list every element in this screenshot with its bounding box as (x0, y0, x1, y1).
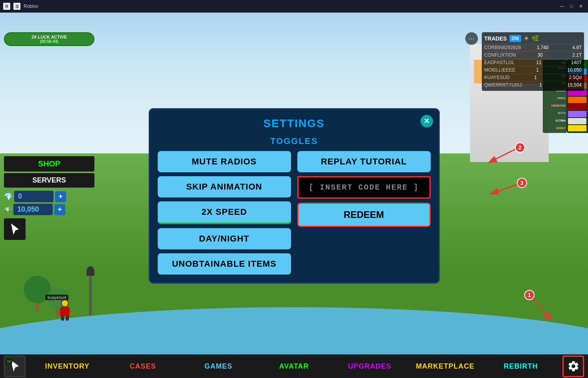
modal-close-button[interactable]: ✕ (420, 115, 433, 127)
title-bar-left: R ☰ Roblox (3, 3, 38, 10)
tree-trunk (35, 303, 39, 311)
lb-val1-6: 1 (539, 82, 542, 88)
char-leg-left (61, 316, 64, 321)
title-bar: R ☰ Roblox — □ ✕ (0, 0, 588, 13)
rarity-unobtainable (568, 104, 586, 110)
mute-radios-button[interactable]: MUTE RADIOS (158, 151, 291, 172)
leaderboard-panel: TRADES ON ☀ 🌿 CORBIN8292828 1,740 4.9T C… (482, 32, 584, 91)
lb-row-6: QWERRRTYUIXJ 1 15,504 (484, 81, 582, 89)
modal-body: MUTE RADIOS SKIP ANIMATION 2X SPEED DAY/… (158, 151, 431, 275)
lb-name-5: KUAYESUD (484, 75, 510, 80)
lb-row-1: CORBIN8292828 1,740 4.9T (484, 44, 582, 51)
char-leg-right (66, 316, 69, 321)
minimize-button[interactable]: — (558, 2, 566, 10)
toggles-section-title: TOGGLES (158, 136, 431, 146)
rarity-label-ultimate: ULTIMA (544, 117, 566, 124)
skip-animation-button[interactable]: SKIP ANIMATION (158, 176, 291, 197)
sun-icon: ☀ (523, 35, 529, 42)
modal-left-column: MUTE RADIOS SKIP ANIMATION 2X SPEED DAY/… (158, 151, 291, 275)
tab-cases[interactable]: CASES (105, 362, 181, 371)
more-options-button[interactable]: ⋯ (465, 32, 478, 45)
lb-val2-6: 15,504 (567, 82, 582, 88)
luck-text: 2X LUCK ACTIVE (9, 35, 90, 39)
character (59, 299, 71, 319)
lb-val2-3: 140T (571, 60, 582, 65)
tab-inventory[interactable]: INVENTORY (29, 362, 105, 371)
left-ui-panel: 2X LUCK ACTIVE (00:56:44) SHOP SERVERS 💎… (4, 32, 94, 240)
lb-row-5: KUAYESUD 1 2.5Qd (484, 74, 582, 81)
settings-modal: ✕ SETTINGS TOGGLES MUTE RADIOS SKIP ANIM… (149, 108, 440, 284)
lb-row-3: EADFASTLOL 11 140T (484, 59, 582, 66)
modal-right-column: REPLAY TUTORIAL REDEEM (297, 151, 431, 275)
street-lamp (87, 266, 94, 315)
money-value: 10,050 (13, 204, 53, 215)
money-row: 💵 10,050 + (4, 204, 94, 215)
lb-row-4: MOIELLIEEEE 1 10,050 (484, 66, 582, 74)
lb-name-6: QWERRRTYUIXJ (484, 82, 522, 88)
tab-games[interactable]: GAMES (181, 362, 256, 371)
lamp-post (89, 276, 92, 315)
unobtainable-items-button[interactable]: UNOBTAINABLE ITEMS (158, 253, 291, 275)
modal-title: SETTINGS (158, 117, 431, 130)
tab-upgrades[interactable]: UPGRADES (332, 362, 407, 371)
lb-val2-2: 2.1T (572, 52, 582, 58)
rarity-label-mythic: MYTH (544, 110, 566, 116)
character-head (61, 299, 69, 307)
maximize-button[interactable]: □ (568, 2, 575, 10)
tab-rebirth[interactable]: REBIRTH (483, 362, 559, 371)
app-title: Roblox (24, 4, 38, 9)
bottom-nav: 50 INVENTORY CASES GAMES AVATAR UPGRADES… (0, 354, 588, 378)
cursor-icon (9, 223, 21, 235)
lb-val2-4: 10,050 (567, 67, 582, 73)
character-body (60, 307, 70, 316)
lb-val1-4: 1 (536, 67, 539, 73)
servers-button[interactable]: SERVERS (4, 173, 94, 188)
cursor-icon-button[interactable] (4, 218, 26, 240)
lb-val1-1: 1,740 (537, 45, 549, 50)
lb-name-2: CONFLIXTION (484, 52, 516, 58)
lb-val1-2: 30 (538, 52, 543, 58)
lamp-head (87, 266, 94, 276)
rarity-ultimate (568, 118, 586, 124)
cursor-nav-button[interactable]: 50 (4, 356, 26, 377)
rarity-label-omega: OMEG (544, 95, 566, 101)
rarity-label-unobtain: UNOBTAIN (544, 102, 566, 109)
diamond-icon: 💎 (4, 192, 13, 201)
tab-marketplace[interactable]: MARKETPLACE (407, 362, 483, 371)
leaderboard-title: TRADES (484, 35, 507, 42)
add-money-button[interactable]: + (54, 204, 65, 215)
rarity-godly (568, 125, 586, 131)
luck-badge: 2X LUCK ACTIVE (00:56:44) (4, 32, 94, 46)
character-name-badge: kuayesud (45, 295, 68, 300)
leaderboard-header: TRADES ON ☀ 🌿 (484, 35, 582, 42)
game-background: kuayesud 2X LUCK ACTIVE (00:56:44) SHOP … (0, 13, 588, 378)
lb-name-3: EADFASTLOL (484, 60, 514, 65)
rarity-label-godly: GODLY (544, 125, 566, 131)
code-input-wrapper (297, 176, 431, 199)
shop-button[interactable]: SHOP (4, 156, 94, 171)
close-button[interactable]: ✕ (577, 2, 585, 10)
lb-name-1: CORBIN8292828 (484, 45, 521, 50)
window-controls: — □ ✕ (558, 2, 585, 10)
replay-tutorial-button[interactable]: REPLAY TUTORIAL (297, 151, 431, 172)
tab-avatar[interactable]: AVATAR (256, 362, 332, 371)
rarity-mythic (568, 111, 586, 117)
menu-icon[interactable]: ☰ (13, 3, 20, 10)
money-icon: 💵 (4, 206, 12, 213)
diamond-value: 0 (14, 191, 53, 202)
gear-icon (567, 360, 580, 372)
redeem-button[interactable]: REDEEM (297, 203, 431, 227)
add-diamonds-button[interactable]: + (55, 191, 66, 202)
trades-on-badge[interactable]: ON (509, 35, 521, 42)
leaf-icon: 🌿 (531, 35, 539, 42)
lb-val1-5: 1 (534, 75, 537, 80)
code-input[interactable] (300, 179, 428, 196)
speed-2x-button[interactable]: 2X SPEED (158, 201, 291, 224)
lb-row-2: CONFLIXTION 30 2.1T (484, 51, 582, 59)
roblox-icon: R (3, 3, 10, 10)
day-night-button[interactable]: DAY/NIGHT (158, 228, 291, 249)
settings-gear-button[interactable] (562, 356, 584, 377)
lb-val2-5: 2.5Qd (569, 75, 582, 80)
character-legs (59, 316, 71, 321)
lb-val1-3: 11 (536, 60, 541, 65)
